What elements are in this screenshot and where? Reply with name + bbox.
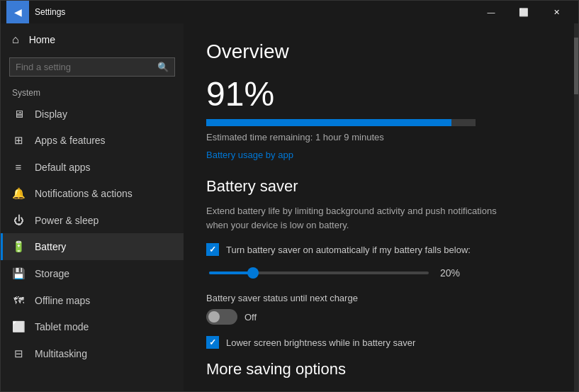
scrollbar-thumb[interactable] <box>574 38 578 94</box>
sidebar-item-apps-label: Apps & features <box>35 135 106 146</box>
slider-fill <box>209 271 253 274</box>
sidebar-item-display[interactable]: 🖥 Display <box>1 101 184 127</box>
window-title: Settings <box>29 7 475 17</box>
sidebar-item-maps-label: Offline maps <box>35 295 90 306</box>
sidebar-item-multitasking-label: Multitasking <box>35 348 87 359</box>
display-icon: 🖥 <box>12 108 25 120</box>
battery-icon: 🔋 <box>12 240 25 253</box>
maximize-button[interactable]: ⬜ <box>507 1 540 23</box>
power-icon: ⏻ <box>12 214 25 226</box>
sidebar-item-default-apps[interactable]: ≡ Default apps <box>1 154 184 180</box>
multitasking-icon: ⊟ <box>12 347 25 360</box>
minimize-button[interactable]: — <box>475 1 507 23</box>
apps-icon: ⊞ <box>12 134 25 147</box>
sidebar-item-battery-label: Battery <box>35 241 66 252</box>
sidebar-item-offline-maps[interactable]: 🗺 Offline maps <box>1 287 184 313</box>
sidebar-item-display-label: Display <box>35 108 67 120</box>
battery-progress-fill <box>206 119 451 126</box>
battery-progress-bar <box>206 119 476 126</box>
more-saving-title: More saving options <box>206 360 551 379</box>
slider-value: 20% <box>440 267 460 279</box>
toggle-status-text: Off <box>244 312 257 323</box>
battery-saver-toggle[interactable] <box>206 309 237 325</box>
battery-percentage: 91% <box>206 74 551 113</box>
battery-saver-title: Battery saver <box>206 177 551 196</box>
brightness-label: Lower screen brightness while in battery… <box>226 337 415 348</box>
back-icon: ◀ <box>14 6 22 18</box>
brightness-checkmark-icon: ✓ <box>209 337 216 347</box>
battery-threshold-slider[interactable] <box>209 271 429 274</box>
close-button[interactable]: ✕ <box>540 1 573 23</box>
auto-battery-saver-checkbox[interactable]: ✓ <box>206 243 219 256</box>
sidebar-home-label: Home <box>29 34 55 45</box>
scrollbar-track[interactable] <box>574 23 578 392</box>
estimated-time-text: Estimated time remaining: 1 hour 9 minut… <box>206 132 551 142</box>
sidebar-item-tablet-label: Tablet mode <box>35 321 89 332</box>
sidebar-item-storage[interactable]: 💾 Storage <box>1 260 184 287</box>
sidebar-item-tablet-mode[interactable]: ⬜ Tablet mode <box>1 313 184 340</box>
page-title: Overview <box>206 40 551 63</box>
battery-threshold-slider-row: 20% <box>206 267 551 279</box>
battery-saver-desc: Extend battery life by limiting backgrou… <box>206 204 511 232</box>
search-box[interactable]: 🔍 <box>9 57 175 77</box>
checkmark-icon: ✓ <box>209 245 216 254</box>
default-apps-icon: ≡ <box>12 161 25 173</box>
toggle-knob <box>208 311 220 323</box>
sidebar-item-multitasking[interactable]: ⊟ Multitasking <box>1 340 184 367</box>
sidebar-item-default-apps-label: Default apps <box>35 162 91 173</box>
sidebar-item-power-sleep[interactable]: ⏻ Power & sleep <box>1 207 184 233</box>
battery-usage-link[interactable]: Battery usage by app <box>206 150 293 160</box>
sidebar-item-notifications[interactable]: 🔔 Notifications & actions <box>1 180 184 207</box>
notifications-icon: 🔔 <box>12 187 25 200</box>
sidebar-item-apps-features[interactable]: ⊞ Apps & features <box>1 127 184 154</box>
maps-icon: 🗺 <box>12 294 25 306</box>
sidebar-item-storage-label: Storage <box>35 268 69 279</box>
home-icon: ⌂ <box>12 33 19 46</box>
sidebar: ⌂ Home 🔍 System 🖥 Display ⊞ Apps & featu… <box>1 23 184 392</box>
battery-saver-status-row: Battery saver status until next charge O… <box>206 293 551 325</box>
storage-icon: 💾 <box>12 267 25 280</box>
window-controls: — ⬜ ✕ <box>475 1 573 23</box>
back-button[interactable]: ◀ <box>6 1 29 23</box>
brightness-checkbox[interactable]: ✓ <box>206 336 219 349</box>
auto-battery-saver-row: ✓ Turn battery saver on automatically if… <box>206 243 551 256</box>
toggle-row: Off <box>206 309 551 325</box>
battery-saver-status-label: Battery saver status until next charge <box>206 293 551 303</box>
brightness-row: ✓ Lower screen brightness while in batte… <box>206 336 551 349</box>
sidebar-item-notifications-label: Notifications & actions <box>35 188 133 199</box>
sidebar-item-power-label: Power & sleep <box>35 215 99 226</box>
sidebar-section-label: System <box>1 84 184 101</box>
tablet-icon: ⬜ <box>12 320 25 333</box>
sidebar-item-battery[interactable]: 🔋 Battery <box>1 233 184 260</box>
titlebar: ◀ Settings — ⬜ ✕ <box>1 1 578 23</box>
search-input[interactable] <box>16 62 157 72</box>
auto-battery-saver-label: Turn battery saver on automatically if m… <box>226 245 471 255</box>
content-area: Overview 91% Estimated time remaining: 1… <box>184 23 574 392</box>
sidebar-item-home[interactable]: ⌂ Home <box>1 26 184 53</box>
search-container: 🔍 <box>1 53 184 84</box>
slider-thumb[interactable] <box>247 267 259 279</box>
search-icon: 🔍 <box>157 62 169 72</box>
